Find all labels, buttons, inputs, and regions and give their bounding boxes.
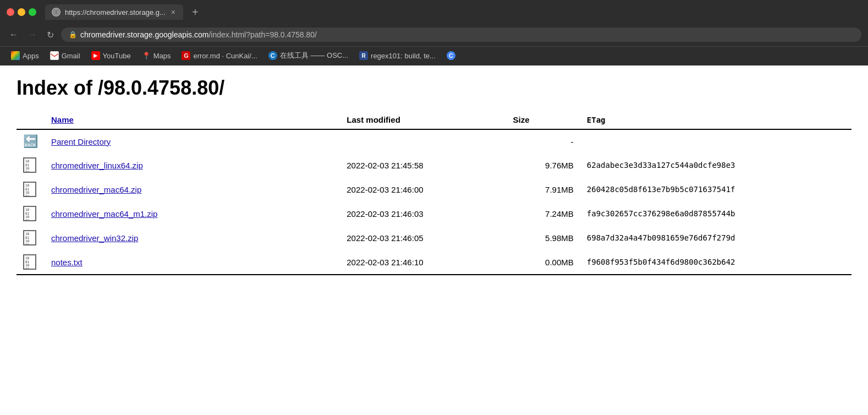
- tab-title: https://chromedriver.storage.g...: [65, 8, 166, 17]
- globe-icon: [53, 9, 59, 15]
- file-icon: 10011001: [23, 157, 36, 173]
- file-name-cell[interactable]: notes.txt: [45, 250, 340, 275]
- file-link[interactable]: chromedriver_linux64.zip: [51, 161, 143, 170]
- table-row: 🔙Parent Directory-: [17, 129, 851, 153]
- active-tab[interactable]: https://chromedriver.storage.g... ×: [45, 4, 183, 20]
- url-display: chromedriver.storage.googleapis.com/inde…: [80, 30, 317, 39]
- etag-col-header: ETag: [580, 111, 851, 129]
- file-listing-table: Name Last modified Size ETag 🔙Parent Dir…: [17, 111, 851, 275]
- maps-icon: 📍: [142, 51, 151, 60]
- file-size-cell: 9.76MB: [507, 153, 580, 177]
- url-path: /index.html?path=98.0.4758.80/: [208, 30, 317, 39]
- file-modified-cell: 2022-02-03 21:46:05: [340, 226, 506, 250]
- forward-button[interactable]: →: [25, 29, 40, 41]
- file-modified-cell: [340, 129, 506, 153]
- file-size-cell: 7.24MB: [507, 201, 580, 226]
- bookmark-apps-label: Apps: [23, 52, 39, 60]
- table-row: 10011001notes.txt2022-02-03 21:46:100.00…: [17, 250, 851, 275]
- file-link[interactable]: chromedriver_mac64_m1.zip: [51, 209, 157, 219]
- file-etag-cell: 62adabec3e3d33a127c544a0dcfe98e3: [580, 153, 851, 177]
- file-name-cell[interactable]: chromedriver_win32.zip: [45, 226, 340, 250]
- apps-icon: [11, 51, 20, 60]
- file-name-cell[interactable]: chromedriver_mac64_m1.zip: [45, 201, 340, 226]
- file-etag-cell: 260428c05d8f613e7b9b5c071637541f: [580, 177, 851, 201]
- file-link[interactable]: chromedriver_mac64.zip: [51, 185, 141, 194]
- bookmark-regex[interactable]: R regex101: build, te...: [355, 50, 440, 62]
- table-row: 10011001chromedriver_win32.zip2022-02-03…: [17, 226, 851, 250]
- close-window-button[interactable]: [7, 8, 14, 16]
- file-modified-cell: 2022-02-03 21:46:10: [340, 250, 506, 275]
- title-bar: https://chromedriver.storage.g... × +: [0, 0, 868, 24]
- tab-favicon-icon: [52, 8, 61, 17]
- file-size-cell: -: [507, 129, 580, 153]
- bookmark-osc-label: 在线工具 —— OSC...: [280, 51, 348, 61]
- file-icon: 10011001: [23, 230, 36, 245]
- file-modified-cell: 2022-02-03 21:45:58: [340, 153, 506, 177]
- browser-chrome: https://chromedriver.storage.g... × + ← …: [0, 0, 868, 65]
- new-tab-button[interactable]: +: [188, 6, 203, 19]
- reload-button[interactable]: ↻: [44, 29, 57, 41]
- bookmarks-bar: Apps Gmail ▶ YouTube 📍 Maps G error.md ·…: [0, 46, 868, 65]
- name-col-header[interactable]: Name: [45, 111, 340, 129]
- file-icon: 10011001: [23, 206, 36, 221]
- file-icon-cell: 10011001: [17, 226, 45, 250]
- file-name-cell[interactable]: chromedriver_mac64.zip: [45, 177, 340, 201]
- file-size-cell: 0.00MB: [507, 250, 580, 275]
- icon-col-header: [17, 111, 45, 129]
- size-col-header: Size: [507, 111, 580, 129]
- last-modified-col-header: Last modified: [340, 111, 506, 129]
- window-buttons: [7, 8, 36, 16]
- bookmark-error-label: error.md · CunKai/...: [193, 52, 257, 60]
- file-icon-cell: 10011001: [17, 177, 45, 201]
- file-name-cell[interactable]: chromedriver_linux64.zip: [45, 153, 340, 177]
- file-icon-cell: 10011001: [17, 250, 45, 275]
- file-size-cell: 7.91MB: [507, 177, 580, 201]
- lock-icon: 🔒: [69, 31, 77, 39]
- bookmark-maps-label: Maps: [153, 52, 171, 60]
- file-link[interactable]: Parent Directory: [51, 137, 111, 146]
- bookmark-maps[interactable]: 📍 Maps: [138, 50, 175, 62]
- file-link[interactable]: notes.txt: [51, 258, 83, 267]
- page-title: Index of /98.0.4758.80/: [17, 77, 851, 100]
- file-icon-cell: 10011001: [17, 153, 45, 177]
- file-icon: 10011001: [23, 182, 36, 197]
- file-etag-cell: f9608f953f5b0f434f6d9800c362b642: [580, 250, 851, 275]
- back-button[interactable]: ←: [7, 29, 21, 41]
- file-etag-cell: [580, 129, 851, 153]
- bookmark-gmail-label: Gmail: [62, 52, 80, 60]
- url-domain: chromedriver.storage.googleapis.com: [80, 30, 208, 39]
- error-icon: G: [182, 51, 190, 60]
- bookmark-gmail[interactable]: Gmail: [46, 50, 85, 62]
- page-content: Index of /98.0.4758.80/ Name Last modifi…: [0, 65, 868, 341]
- bookmark-apps[interactable]: Apps: [7, 50, 43, 62]
- maximize-window-button[interactable]: [29, 8, 36, 16]
- bookmark-youtube[interactable]: ▶ YouTube: [87, 50, 135, 62]
- minimize-window-button[interactable]: [18, 8, 25, 16]
- file-link[interactable]: chromedriver_win32.zip: [51, 233, 138, 243]
- address-bar[interactable]: 🔒 chromedriver.storage.googleapis.com/in…: [61, 28, 861, 42]
- table-row: 10011001chromedriver_linux64.zip2022-02-…: [17, 153, 851, 177]
- file-modified-cell: 2022-02-03 21:46:03: [340, 201, 506, 226]
- regex-icon: R: [359, 51, 368, 60]
- osc-icon: C: [268, 51, 277, 60]
- table-row: 10011001chromedriver_mac64_m1.zip2022-02…: [17, 201, 851, 226]
- file-icon-cell: 🔙: [17, 129, 45, 153]
- bookmark-extra[interactable]: C: [442, 50, 460, 62]
- address-bar-row: ← → ↻ 🔒 chromedriver.storage.googleapis.…: [0, 24, 868, 46]
- parent-dir-icon: 🔙: [23, 134, 38, 149]
- table-row: 10011001chromedriver_mac64.zip2022-02-03…: [17, 177, 851, 201]
- file-name-cell[interactable]: Parent Directory: [45, 129, 340, 153]
- gmail-icon: [50, 51, 59, 60]
- file-etag-cell: fa9c302657cc376298e6a0d87855744b: [580, 201, 851, 226]
- bookmark-regex-label: regex101: build, te...: [371, 52, 436, 60]
- file-modified-cell: 2022-02-03 21:46:00: [340, 177, 506, 201]
- file-icon-cell: 10011001: [17, 201, 45, 226]
- file-size-cell: 5.98MB: [507, 226, 580, 250]
- extra-icon: C: [447, 51, 455, 60]
- file-icon: 10011001: [23, 254, 36, 270]
- bookmark-osc[interactable]: C 在线工具 —— OSC...: [264, 49, 353, 62]
- bookmark-youtube-label: YouTube: [103, 52, 131, 60]
- youtube-icon: ▶: [91, 51, 100, 60]
- tab-close-button[interactable]: ×: [170, 8, 177, 17]
- bookmark-error[interactable]: G error.md · CunKai/...: [177, 50, 261, 62]
